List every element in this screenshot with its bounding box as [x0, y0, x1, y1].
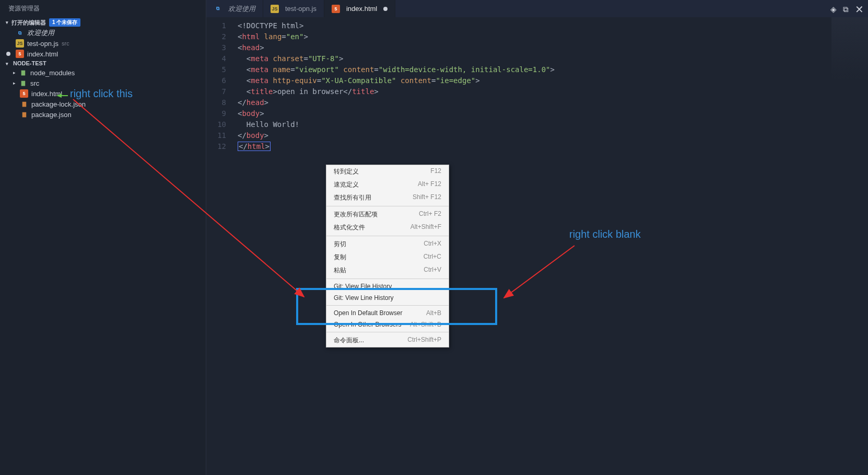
folder-header[interactable]: ▾ NODE-TEST — [0, 59, 206, 67]
editor-area[interactable]: 123456789101112 <!DOCTYPE html> <html la… — [206, 17, 868, 475]
tree-item[interactable]: ▸ ▇ node_modules — [0, 67, 206, 78]
tab-label: 欢迎使用 — [228, 4, 255, 14]
tab-test-opn[interactable]: JS test-opn.js — [263, 0, 324, 17]
menu-item-command-palette[interactable]: 命令面板...Ctrl+Shift+P — [326, 334, 449, 347]
dirty-icon — [6, 52, 10, 56]
tab-label: index.html — [346, 5, 377, 13]
line-gutter: 123456789101112 — [206, 17, 233, 475]
tree-label: index.html — [31, 90, 62, 98]
menu-item-find-refs[interactable]: 查找所有引用Shift+ F12 — [326, 191, 449, 204]
folder-icon: ▇ — [19, 68, 27, 77]
unsaved-badge: 1 个未保存 — [49, 18, 80, 27]
menu-item-copy[interactable]: 复制Ctrl+C — [326, 251, 449, 264]
close-icon[interactable]: ✕ — [855, 3, 864, 16]
minimap[interactable] — [831, 17, 868, 80]
chevron-right-icon: ▸ — [11, 70, 17, 75]
dirty-icon — [383, 7, 388, 11]
menu-item-change-all[interactable]: 更改所有匹配项Ctrl+ F2 — [326, 208, 449, 221]
menu-separator — [326, 236, 449, 236]
tree-label: package-lock.json — [31, 100, 86, 108]
vscode-icon: ⧉ — [214, 5, 222, 13]
json-icon: ▇ — [20, 110, 28, 119]
vscode-icon: ⧉ — [16, 29, 24, 37]
open-editors-header[interactable]: ▾ 打开的编辑器 1 个未保存 — [0, 17, 206, 28]
tree-item[interactable]: ▇ package-lock.json — [0, 99, 206, 109]
tab-index-html[interactable]: 5 index.html — [324, 0, 395, 17]
editor-title-actions: ◈ ⧉ ✕ — [830, 3, 864, 16]
menu-item-cut[interactable]: 剪切Ctrl+X — [326, 238, 449, 251]
open-editors-label: 打开的编辑器 — [11, 19, 46, 27]
menu-item-peek-def[interactable]: 速览定义Alt+ F12 — [326, 178, 449, 191]
explorer-sidebar: 资源管理器 ▾ 打开的编辑器 1 个未保存 ⧉ 欢迎使用 JS test-opn… — [0, 0, 206, 475]
json-icon: ▇ — [20, 100, 28, 108]
open-editor-label: index.html — [27, 50, 58, 58]
tree-item[interactable]: ▇ package.json — [0, 109, 206, 120]
html-icon: 5 — [332, 5, 340, 13]
explorer-title: 资源管理器 — [0, 0, 206, 17]
compare-icon[interactable]: ◈ — [830, 5, 837, 14]
js-icon: JS — [16, 39, 24, 48]
chevron-down-icon: ▾ — [4, 20, 9, 25]
menu-item-goto-def[interactable]: 转到定义F12 — [326, 165, 449, 178]
folder-name: NODE-TEST — [13, 60, 46, 66]
annotation-right: right click blank — [569, 228, 641, 240]
tree-label: package.json — [31, 111, 72, 119]
chevron-down-icon: ▾ — [4, 61, 9, 66]
open-editor-item[interactable]: 5 index.html — [0, 49, 206, 59]
menu-separator — [326, 332, 449, 332]
tree-label: node_modules — [30, 69, 75, 77]
menu-item-format[interactable]: 格式化文件Alt+Shift+F — [326, 221, 449, 234]
html-icon: 5 — [20, 89, 28, 98]
tab-label: test-opn.js — [285, 5, 316, 13]
editor-tabs: ⧉ 欢迎使用 JS test-opn.js 5 index.html — [206, 0, 868, 17]
tree-item[interactable]: ▸ ▇ src — [0, 78, 206, 88]
html-icon: 5 — [16, 50, 24, 58]
open-editor-item[interactable]: JS test-opn.js src — [0, 38, 206, 49]
tree-label: src — [30, 79, 39, 87]
open-editor-detail: src — [62, 40, 69, 47]
menu-separator — [326, 279, 449, 279]
open-editor-label: 欢迎使用 — [27, 28, 54, 38]
js-icon: JS — [271, 5, 279, 13]
folder-icon: ▇ — [19, 79, 27, 87]
editor-main: ⧉ 欢迎使用 JS test-opn.js 5 index.html ◈ ⧉ ✕… — [206, 0, 868, 475]
tab-welcome[interactable]: ⧉ 欢迎使用 — [206, 0, 263, 17]
annotation-left: right click this — [70, 88, 133, 100]
split-icon[interactable]: ⧉ — [843, 5, 849, 14]
chevron-right-icon: ▸ — [11, 80, 17, 86]
annotation-highlight-box — [296, 288, 497, 325]
menu-separator — [326, 206, 449, 206]
open-editor-item[interactable]: ⧉ 欢迎使用 — [0, 28, 206, 38]
menu-item-paste[interactable]: 粘贴Ctrl+V — [326, 264, 449, 277]
open-editor-label: test-opn.js — [27, 40, 58, 48]
